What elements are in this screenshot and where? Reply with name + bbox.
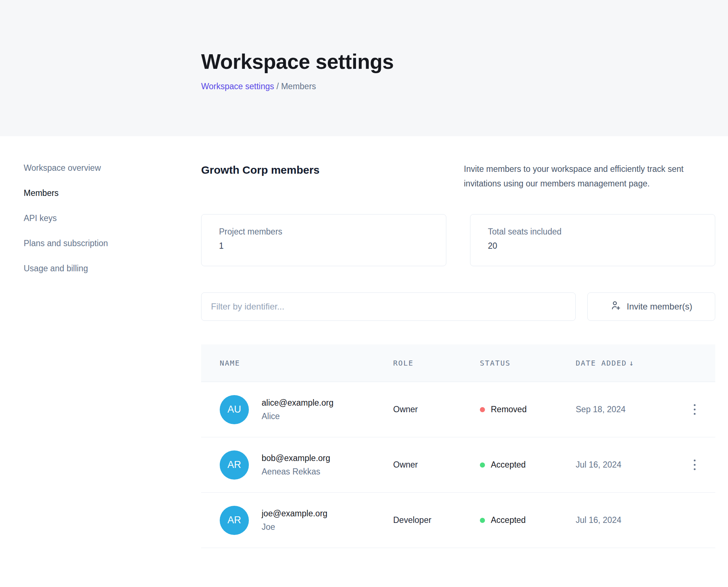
member-role: Owner — [393, 405, 480, 414]
member-email: alice@example.org — [262, 398, 333, 408]
sort-descending-icon: ↓ — [629, 359, 634, 367]
member-email: bob@example.org — [262, 453, 330, 463]
row-menu-button[interactable] — [690, 402, 699, 417]
column-header-status: STATUS — [480, 359, 576, 367]
breadcrumb: Workspace settings / Members — [201, 82, 728, 91]
member-name: Joe — [262, 522, 328, 532]
stat-card-total-seats: Total seats included 20 — [470, 214, 715, 266]
sidebar-item-api-keys[interactable]: API keys — [24, 213, 201, 223]
sidebar-item-workspace-overview[interactable]: Workspace overview — [24, 163, 201, 173]
stat-value: 1 — [219, 241, 446, 251]
member-email: joe@example.org — [262, 509, 328, 519]
filter-input[interactable] — [201, 292, 576, 321]
column-header-name: NAME — [220, 359, 393, 367]
page-title: Workspace settings — [201, 50, 728, 74]
member-date-added: Jul 16, 2024 — [576, 460, 690, 470]
column-header-date-added[interactable]: DATE ADDED↓ — [576, 359, 690, 367]
status-label: Accepted — [491, 515, 526, 525]
status-dot — [480, 518, 485, 523]
member-name: Aeneas Rekkas — [262, 467, 330, 477]
table-header-row: NAME ROLE STATUS DATE ADDED↓ — [201, 344, 715, 382]
stat-value: 20 — [488, 241, 715, 251]
members-table: NAME ROLE STATUS DATE ADDED↓ AU alice@ex… — [201, 344, 715, 548]
status-label: Accepted — [491, 460, 526, 470]
sidebar-item-plans-and-subscription[interactable]: Plans and subscription — [24, 239, 201, 248]
table-row: AR bob@example.org Aeneas Rekkas Owner A… — [201, 437, 715, 493]
avatar: AR — [220, 450, 249, 480]
member-role: Developer — [393, 515, 480, 525]
status-label: Removed — [491, 405, 527, 414]
row-menu-button[interactable] — [690, 457, 699, 472]
status-dot — [480, 407, 485, 412]
stat-label: Project members — [219, 227, 446, 237]
avatar: AR — [220, 506, 249, 535]
invite-members-button[interactable]: Invite member(s) — [587, 292, 715, 321]
breadcrumb-link-workspace-settings[interactable]: Workspace settings — [201, 82, 274, 91]
avatar: AU — [220, 395, 249, 424]
members-heading: Growth Corp members — [201, 162, 320, 176]
page-header: Workspace settings Workspace settings / … — [0, 0, 728, 136]
member-name: Alice — [262, 411, 333, 421]
column-header-role: ROLE — [393, 359, 480, 367]
table-row: AR joe@example.org Joe Developer Accepte… — [201, 493, 715, 548]
members-panel: Growth Corp members Invite members to yo… — [201, 136, 715, 548]
stats-row: Project members 1 Total seats included 2… — [201, 214, 715, 266]
members-description: Invite members to your workspace and eff… — [464, 162, 715, 191]
member-date-added: Sep 18, 2024 — [576, 405, 690, 414]
member-date-added: Jul 16, 2024 — [576, 515, 690, 525]
invite-members-label: Invite member(s) — [627, 302, 692, 312]
sidebar-item-usage-and-billing[interactable]: Usage and billing — [24, 264, 201, 273]
stat-label: Total seats included — [488, 227, 715, 237]
member-role: Owner — [393, 460, 480, 470]
breadcrumb-current: Members — [281, 82, 316, 91]
stat-card-project-members: Project members 1 — [201, 214, 446, 266]
sidebar-item-members[interactable]: Members — [24, 188, 201, 198]
person-plus-icon — [610, 300, 621, 313]
status-dot — [480, 462, 485, 468]
settings-sidebar: Workspace overview Members API keys Plan… — [0, 136, 201, 548]
breadcrumb-separator: / — [277, 82, 281, 91]
table-row: AU alice@example.org Alice Owner Removed… — [201, 382, 715, 437]
